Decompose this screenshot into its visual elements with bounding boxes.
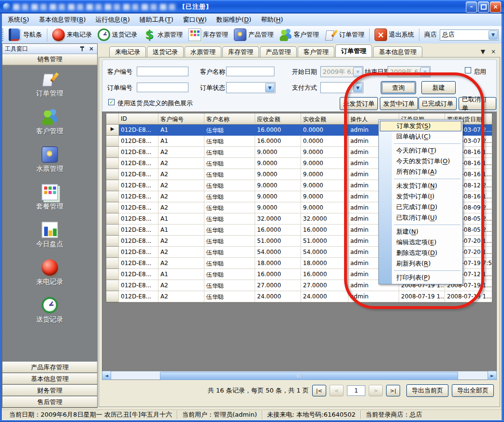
toolbar-button[interactable]: 送货记录 xyxy=(95,28,140,42)
row-selector-cell[interactable] xyxy=(106,213,119,225)
tool-window-close-icon[interactable]: × xyxy=(89,45,94,52)
menu-item[interactable]: 窗口(W) xyxy=(178,14,212,26)
customer-no-input[interactable] xyxy=(137,67,188,76)
scrollbar-thumb[interactable] xyxy=(160,372,458,380)
tab-送货记录[interactable]: 送货记录 xyxy=(147,46,184,57)
context-menu-item-新建[interactable]: 新建(N) xyxy=(379,226,462,237)
order-no-input[interactable] xyxy=(137,83,188,92)
row-selector-cell[interactable] xyxy=(106,291,119,302)
menu-item[interactable]: 系统(S) xyxy=(3,14,34,26)
status-filter-button-已完成订单[interactable]: 已完成订单 xyxy=(418,97,457,110)
row-selector-cell[interactable] xyxy=(106,147,119,158)
context-menu-item-刷新列表[interactable]: 刷新列表(R) xyxy=(379,258,462,269)
sidebar-item-来电记录[interactable]: 来电记录 xyxy=(2,259,97,286)
restore-button[interactable] xyxy=(478,1,489,13)
pin-icon[interactable] xyxy=(80,46,84,51)
sidebar-group-sales[interactable]: 销售管理 xyxy=(2,54,97,65)
chevron-down-icon[interactable]: ▼ xyxy=(353,67,362,76)
close-button[interactable]: × xyxy=(490,1,501,13)
context-menu-item-今天的订单[interactable]: 今天的订单(T) xyxy=(379,145,462,156)
chevron-down-icon[interactable]: ▼ xyxy=(489,30,498,40)
scroll-left-icon[interactable]: ◄ xyxy=(102,371,111,380)
row-selector-cell[interactable]: ▶ xyxy=(106,125,119,136)
toolbar-button[interactable]: $水票管理 xyxy=(140,28,186,42)
tab-产品管理[interactable]: 产品管理 xyxy=(260,46,297,57)
context-menu-item-打印列表[interactable]: 打印列表(P) xyxy=(379,272,462,283)
menu-item[interactable]: 基本信息管理(B) xyxy=(34,14,90,26)
row-selector-cell[interactable] xyxy=(106,225,119,236)
toolbar-button[interactable]: 产品管理 xyxy=(231,28,276,42)
end-date-picker[interactable]: 2009年 6月 8日 ▼ xyxy=(388,66,431,77)
menu-item[interactable]: 帮助(H) xyxy=(256,14,288,26)
prev-page-button[interactable]: < xyxy=(330,385,344,396)
context-menu-item-发货中订单[interactable]: 发货中订单(I) xyxy=(379,191,462,202)
sidebar-item-今日盘点[interactable]: 今日盘点 xyxy=(2,222,97,249)
next-page-button[interactable]: > xyxy=(369,385,383,396)
query-button[interactable]: 查询 xyxy=(381,81,416,94)
row-selector-cell[interactable] xyxy=(106,136,119,147)
context-menu-item-今天的发货订单[interactable]: 今天的发货订单(O) xyxy=(379,156,462,167)
chevron-down-icon[interactable]: ▼ xyxy=(353,83,362,92)
menu-item[interactable]: 辅助工具(T) xyxy=(135,14,178,26)
export-all-pages-button[interactable]: 导出全部页 xyxy=(452,384,494,397)
menu-item[interactable]: 数据维护(D) xyxy=(212,14,256,26)
horizontal-scrollbar[interactable]: ◄ ► xyxy=(102,371,497,380)
column-header-客户编号[interactable]: 客户编号 xyxy=(158,113,204,125)
context-menu-item-已完成订单[interactable]: 已完成订单(D) xyxy=(379,202,462,212)
pay-method-select[interactable]: ▼ xyxy=(320,82,363,93)
context-menu-item-回单确认[interactable]: 回单确认(C) xyxy=(379,131,462,142)
sidebar-item-送货记录[interactable]: 送货记录 xyxy=(2,297,97,324)
first-page-button[interactable]: |< xyxy=(312,385,326,396)
sidebar-item-套餐管理[interactable]: 套餐管理 xyxy=(2,184,97,211)
customer-name-input[interactable] xyxy=(226,67,274,76)
row-selector-cell[interactable] xyxy=(106,247,119,258)
column-header-客户名称[interactable]: 客户名称 xyxy=(204,113,255,125)
status-filter-button-发货中订单[interactable]: 发货中订单 xyxy=(380,97,418,110)
toolbar-button[interactable]: 订单管理 xyxy=(322,28,367,42)
context-menu-item-删除选定项[interactable]: 删除选定项(D) xyxy=(379,248,462,258)
column-header-实收金额[interactable]: 实收金额 xyxy=(301,113,348,125)
row-selector-cell[interactable] xyxy=(106,169,119,180)
context-menu-item-未发货订单[interactable]: 未发货订单(N) xyxy=(379,181,462,191)
status-filter-button-未发货订单[interactable]: 未发货订单 xyxy=(340,97,378,110)
column-header-应收金额[interactable]: 应收金额 xyxy=(255,113,301,125)
row-selector-cell[interactable] xyxy=(106,280,119,291)
page-number-input[interactable]: 1 xyxy=(347,385,365,396)
context-menu-item-订单发货[interactable]: 订单发货(S) xyxy=(380,121,461,131)
context-menu-item-已取消订单[interactable]: 已取消订单(U) xyxy=(379,212,462,223)
tab-客户管理[interactable]: 客户管理 xyxy=(298,46,334,57)
store-combobox[interactable]: 总店▼ xyxy=(440,29,499,41)
context-menu-item-编辑选定项[interactable]: 编辑选定项(E) xyxy=(379,237,462,248)
menu-item[interactable]: 运行信息(R) xyxy=(91,14,135,26)
sidebar-item-水票管理[interactable]: 水票管理 xyxy=(2,146,97,173)
minimize-button[interactable]: – xyxy=(466,1,477,13)
row-selector-cell[interactable] xyxy=(106,269,119,280)
sidebar-group-售后管理[interactable]: 售后管理 xyxy=(2,396,97,408)
enable-checkbox[interactable] xyxy=(465,67,471,73)
scroll-right-icon[interactable]: ► xyxy=(488,371,497,380)
sidebar-item-订单管理[interactable]: 订单管理 xyxy=(2,71,97,98)
table-row[interactable]: 012D-E8...A2伍华聪24.000024.0000admin2008-0… xyxy=(106,291,492,302)
toolbar-button[interactable]: 导航条 xyxy=(6,28,45,42)
tab-来电记录[interactable]: 来电记录 xyxy=(109,46,146,57)
row-selector-cell[interactable] xyxy=(106,191,119,202)
row-selector-cell[interactable] xyxy=(106,236,119,247)
column-header-ID[interactable]: ID xyxy=(119,113,158,125)
new-button[interactable]: 新建 xyxy=(421,81,456,94)
sidebar-group-产品库存管理[interactable]: 产品库存管理 xyxy=(2,362,97,373)
chevron-down-icon[interactable]: ▼ xyxy=(420,67,430,76)
toolbar-button[interactable]: 来电记录 xyxy=(49,28,95,42)
row-selector-cell[interactable] xyxy=(106,202,119,213)
color-option-checkbox[interactable]: ✓ xyxy=(108,99,115,105)
sidebar-group-基本信息管理[interactable]: 基本信息管理 xyxy=(2,373,97,384)
tab-水票管理[interactable]: 水票管理 xyxy=(185,46,221,57)
sidebar-item-客户管理[interactable]: 客户管理 xyxy=(2,109,97,136)
tab-订单管理[interactable]: 订单管理 xyxy=(335,44,372,57)
row-selector-cell[interactable] xyxy=(106,180,119,191)
row-selector-cell[interactable] xyxy=(106,158,119,169)
status-filter-button-已取消订单[interactable]: 已取消订单 xyxy=(459,97,496,110)
row-selector-cell[interactable] xyxy=(106,258,119,269)
toolbar-button[interactable]: 库存管理 xyxy=(186,28,231,42)
toolbar-button[interactable]: ×退出系统 xyxy=(372,28,417,42)
export-current-page-button[interactable]: 导出当前页 xyxy=(406,384,448,397)
